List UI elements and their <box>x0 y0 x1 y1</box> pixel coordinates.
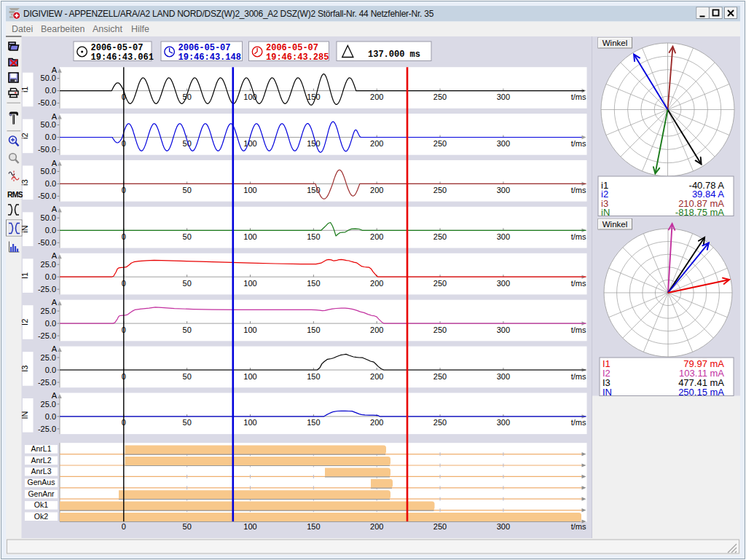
svg-text:300: 300 <box>497 186 510 194</box>
svg-text:25.0: 25.0 <box>41 400 56 409</box>
svg-text:-50.0: -50.0 <box>38 238 56 247</box>
svg-text:50: 50 <box>183 232 192 241</box>
svg-text:200: 200 <box>370 186 383 194</box>
svg-text:t/ms: t/ms <box>571 92 586 101</box>
svg-text:250: 250 <box>433 326 447 334</box>
svg-text:0.0: 0.0 <box>45 133 56 141</box>
svg-text:t/ms: t/ms <box>571 232 586 241</box>
svg-text:0.0: 0.0 <box>45 319 56 328</box>
svg-text:-25.0: -25.0 <box>38 378 56 387</box>
svg-text:Hilfe: Hilfe <box>131 24 149 34</box>
svg-text:A: A <box>52 344 58 353</box>
svg-text:A: A <box>52 391 58 400</box>
svg-text:250: 250 <box>433 372 447 381</box>
svg-text:50: 50 <box>183 279 192 288</box>
svg-text:Ok1: Ok1 <box>34 500 48 509</box>
svg-text:0.0: 0.0 <box>45 86 56 95</box>
svg-text:19:46:43.061: 19:46:43.061 <box>91 52 154 63</box>
svg-text:250: 250 <box>433 186 447 194</box>
svg-text:0.0: 0.0 <box>45 226 56 234</box>
svg-text:t/ms: t/ms <box>571 326 586 334</box>
svg-text:200: 200 <box>370 139 383 148</box>
svg-text:Datei: Datei <box>12 24 33 34</box>
svg-text:300: 300 <box>497 279 510 288</box>
svg-text:t/ms: t/ms <box>571 418 586 427</box>
svg-text:AnrL3: AnrL3 <box>31 467 51 476</box>
svg-text:150: 150 <box>307 92 320 101</box>
svg-text:300: 300 <box>497 418 510 427</box>
svg-text:i1: i1 <box>20 87 29 93</box>
svg-text:Ok2: Ok2 <box>34 512 48 521</box>
svg-text:25.0: 25.0 <box>41 353 56 362</box>
svg-text:t/ms: t/ms <box>571 522 586 531</box>
svg-text:250: 250 <box>433 139 447 148</box>
svg-text:-25.0: -25.0 <box>38 425 56 433</box>
svg-text:IN: IN <box>20 411 29 419</box>
svg-text:A: A <box>52 112 58 121</box>
svg-text:100: 100 <box>243 279 256 288</box>
svg-text:-25.0: -25.0 <box>38 331 56 340</box>
svg-text:150: 150 <box>307 418 320 427</box>
svg-text:A: A <box>52 205 58 213</box>
svg-text:150: 150 <box>307 139 320 148</box>
svg-text:150: 150 <box>307 522 320 531</box>
svg-text:AnrL2: AnrL2 <box>31 456 51 465</box>
svg-text:0.0: 0.0 <box>45 412 56 421</box>
svg-text:i2: i2 <box>20 133 29 139</box>
svg-text:100: 100 <box>243 326 256 334</box>
svg-text:137.000 ms: 137.000 ms <box>368 50 420 60</box>
svg-text:0.0: 0.0 <box>45 272 56 281</box>
svg-text:I1: I1 <box>20 272 29 279</box>
svg-text:-50.0: -50.0 <box>38 145 56 154</box>
svg-text:50: 50 <box>183 326 192 334</box>
svg-text:GenAus: GenAus <box>28 478 55 486</box>
svg-text:iN: iN <box>20 225 29 232</box>
svg-text:-50.0: -50.0 <box>38 192 56 200</box>
svg-text:200: 200 <box>370 522 383 531</box>
svg-text:150: 150 <box>307 186 320 194</box>
svg-text:25.0: 25.0 <box>41 307 56 315</box>
svg-text:100: 100 <box>243 418 256 427</box>
svg-text:AnrL1: AnrL1 <box>31 444 51 453</box>
svg-text:DIGIVIEW - APPENZELL/ARA/A2 LA: DIGIVIEW - APPENZELL/ARA/A2 LAND NORD/DS… <box>23 9 434 19</box>
svg-text:100: 100 <box>243 139 256 148</box>
svg-text:t/ms: t/ms <box>571 186 586 194</box>
svg-text:150: 150 <box>307 372 320 381</box>
svg-text:t/ms: t/ms <box>571 279 586 288</box>
svg-text:50: 50 <box>183 372 192 381</box>
svg-text:200: 200 <box>370 92 383 101</box>
svg-text:200: 200 <box>370 279 383 288</box>
svg-text:100: 100 <box>243 372 256 381</box>
svg-text:I3: I3 <box>20 366 29 372</box>
svg-text:200: 200 <box>370 372 383 381</box>
svg-text:Ansicht: Ansicht <box>93 24 123 34</box>
svg-text:0.0: 0.0 <box>45 179 56 188</box>
svg-text:300: 300 <box>497 326 510 334</box>
svg-text:150: 150 <box>307 279 320 288</box>
svg-text:A: A <box>52 298 58 307</box>
svg-text:150: 150 <box>307 232 320 241</box>
svg-text:300: 300 <box>497 232 510 241</box>
svg-text:200: 200 <box>370 232 383 241</box>
svg-text:i3: i3 <box>20 179 29 186</box>
svg-text:t/ms: t/ms <box>571 139 586 148</box>
svg-text:-25.0: -25.0 <box>38 285 56 293</box>
svg-text:250: 250 <box>433 522 447 531</box>
svg-text:19:46:43.148: 19:46:43.148 <box>178 52 241 63</box>
svg-text:I2: I2 <box>20 319 29 326</box>
svg-text:50.0: 50.0 <box>41 167 56 176</box>
svg-text:Bearbeiten: Bearbeiten <box>41 24 85 34</box>
svg-text:300: 300 <box>497 139 510 148</box>
svg-text:300: 300 <box>497 522 510 531</box>
svg-text:300: 300 <box>497 92 510 101</box>
svg-text:Winkel: Winkel <box>602 39 628 47</box>
svg-text:Winkel: Winkel <box>602 220 628 229</box>
svg-text:0: 0 <box>122 522 126 531</box>
svg-text:250: 250 <box>433 92 447 101</box>
svg-text:t/ms: t/ms <box>571 372 586 381</box>
svg-text:A: A <box>52 66 58 74</box>
svg-text:-818.75 mA: -818.75 mA <box>675 207 725 218</box>
svg-text:50.0: 50.0 <box>41 120 56 129</box>
svg-text:250.15 mA: 250.15 mA <box>678 387 724 398</box>
svg-text:50.0: 50.0 <box>41 213 56 222</box>
